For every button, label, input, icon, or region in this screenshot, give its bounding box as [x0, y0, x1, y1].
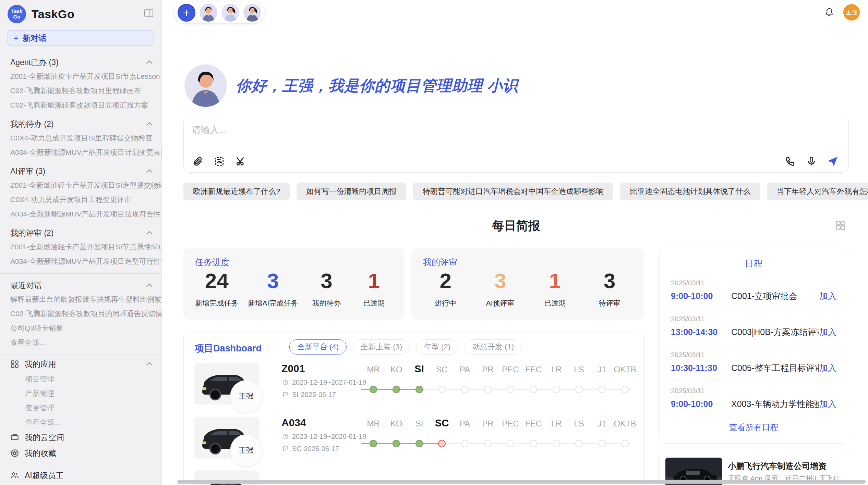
schedule-title: 日程 [659, 258, 849, 270]
join-link[interactable]: 加入 [819, 362, 836, 374]
stat-column: 3我的待办 [308, 269, 346, 308]
project-code: Z001 [281, 363, 305, 374]
task-progress-title: 任务进度 [195, 257, 229, 268]
milestone-label-PR: PR [482, 365, 493, 374]
sidebar-item-cloud-space[interactable]: 我的云空间 [0, 430, 161, 445]
sidebar-header: Task Go TaskGo [0, 0, 161, 27]
dashboard-tab-1[interactable]: 全新上装 (3) [353, 339, 410, 355]
chat-input[interactable] [192, 123, 672, 137]
daily-briefing-title: 每日简报 [183, 218, 849, 234]
suggestion-chip-1[interactable]: 如何写一份清晰的项目周报 [297, 183, 406, 200]
join-link[interactable]: 加入 [819, 398, 836, 410]
milestone-dot-PR [484, 440, 492, 447]
sidebar-list-item[interactable]: C0X4-动力总成开发项目SI里程碑提交物检查 [0, 131, 161, 145]
member-avatar-1[interactable] [200, 4, 217, 22]
suggestion-chip-4[interactable]: 当下年轻人对汽车外观有怎样的喜好趋势 [767, 183, 868, 200]
project-dashboard-title[interactable]: 项目Dashboard [195, 342, 262, 355]
dashboard-tab-0[interactable]: 全新平台 (4) [289, 339, 347, 355]
stat-value: 1 [355, 269, 393, 293]
notification-bell-icon[interactable] [824, 7, 834, 17]
milestone-label-SC: SC [436, 365, 447, 374]
chevron-up-icon[interactable] [146, 362, 153, 366]
suggestion-chip-3[interactable]: 比亚迪全固态电池计划具体说了什么 [620, 183, 760, 200]
sidebar-item-my-apps[interactable]: 我的应用 [0, 356, 161, 372]
layout-grid-icon[interactable] [835, 220, 846, 231]
composer [183, 116, 849, 173]
scissors-icon[interactable] [235, 156, 246, 167]
flag-icon [282, 446, 289, 452]
milestone-label-FEC: FEC [525, 365, 542, 374]
flag-icon [282, 391, 289, 398]
schedule-item-1: 2025/03/1113:00-14:30C003|H0B-方案冻结评审加入 [659, 309, 849, 345]
sidebar-item-help-me-write[interactable]: 帮我写作 [0, 483, 161, 485]
sidebar-list-item[interactable]: 查看全部... [0, 335, 161, 350]
member-avatar-3[interactable] [243, 4, 261, 22]
chevron-up-icon[interactable] [146, 61, 153, 64]
suggestion-chip-2[interactable]: 特朗普可能对进口汽车增税会对中国车企造成哪些影响 [413, 183, 613, 200]
sidebar-item-project-mgmt[interactable]: 项目管理 [0, 372, 161, 386]
member-avatar-2[interactable] [221, 4, 239, 22]
sidebar-list-item[interactable]: C0X4-动力总成开发项目工程变更评审 [0, 192, 161, 207]
milestone-dot-OKTB [621, 440, 629, 447]
sidebar-list-item[interactable]: A034-全新新能源MUV产品开发项目法规符合性评审 [0, 207, 161, 221]
stat-label: AI预评审 [481, 298, 519, 308]
star-badge-icon [10, 449, 19, 458]
sidebar-list-item[interactable]: 公司Q3轻卡销量 [0, 321, 161, 335]
chevron-up-icon[interactable] [146, 122, 153, 126]
sidebar-list-item[interactable]: Z001-全新燃油轻卡产品开发项目SI节点属性5D文件评审 [0, 240, 161, 254]
stat-label: 已逾期 [536, 298, 574, 308]
milestone-dot-PA [461, 386, 469, 393]
sidebar-item-ai-super-staff[interactable]: AI超级员工 [0, 468, 161, 483]
phone-call-icon[interactable] [785, 156, 796, 167]
sidebar-list-item[interactable]: C02-飞腾新能源轻客改款项目的闭环通告反馈情况 [0, 307, 161, 321]
project-dates: 2023-12-19~2026-01-19 [282, 433, 366, 440]
new-chat-button[interactable]: + 新对话 [8, 30, 154, 46]
stat-label: 新增完成任务 [195, 298, 238, 308]
stat-column: 24新增完成任务 [195, 269, 238, 308]
schedule-item-row: 9:00-10:00C001-立项审批会加入 [671, 290, 836, 302]
project-dashboard-card: 项目Dashboard 全新平台 (4)全新上装 (3)年型 (2)动总开发 (… [183, 332, 644, 485]
attachment-icon[interactable] [193, 156, 204, 167]
view-all-schedule-link[interactable]: 查看所有日程 [659, 422, 849, 433]
join-link[interactable]: 加入 [819, 290, 836, 302]
send-icon[interactable] [827, 156, 838, 167]
my-review-title: 我的评审 [423, 257, 457, 268]
divider [0, 273, 161, 274]
milestone-dot-FEC [530, 440, 537, 447]
sidebar-list-item[interactable]: A034-全新新能源MUV产品开发项目造型可行性评审 [0, 254, 161, 269]
add-member-button[interactable]: + [178, 4, 195, 22]
sidebar-list-item[interactable]: C02-飞腾新能源轻客改款项目立项汇报方案 [0, 98, 161, 112]
sidebar-scroll: Agent已办 (3)Z001-全新燃油皮卡产品开发项目SI节点Lesson L… [0, 48, 161, 485]
clock-icon [282, 433, 289, 440]
suggestion-chips: 欧洲新规最近颁布了什么?如何写一份清晰的项目周报特朗普可能对进口汽车增税会对中国… [183, 183, 849, 200]
sidebar-collapse-icon[interactable] [144, 9, 153, 17]
sidebar-item-view-all-apps[interactable]: 查看全部... [0, 415, 161, 430]
milestone-dot-PEC [507, 440, 514, 447]
sidebar-list-item[interactable]: 解释最新出台的欧盟报废车法规再生塑料比例被调至15%... [0, 292, 161, 307]
sidebar-item-favorites[interactable]: 我的收藏 [0, 445, 161, 461]
sidebar-list-item[interactable]: A034-全新新能源MUV产品开发项目计划变更表编写 [0, 145, 161, 160]
people-icon [10, 471, 19, 480]
sidebar-list-item[interactable]: Z001-全新燃油轻卡产品开发项目SI造型提交物评审 [0, 178, 161, 192]
top-right-controls: 王强 [824, 4, 860, 21]
sidebar-list-item[interactable]: Z001-全新燃油皮卡产品开发项目SI节点Lesson Learn报告 [0, 69, 161, 84]
suggestion-chip-0[interactable]: 欧洲新规最近颁布了什么? [183, 183, 290, 200]
microphone-icon[interactable] [806, 156, 817, 167]
sidebar-list-item[interactable]: C02-飞腾新能源轻客改款项目里程碑画布 [0, 84, 161, 98]
chevron-up-icon[interactable] [146, 231, 153, 235]
project-flag-text: SC-2025-05-17 [292, 445, 339, 453]
horizontal-scrollbar[interactable] [177, 480, 866, 484]
sidebar-item-product-mgmt[interactable]: 产品管理 [0, 386, 161, 401]
dashboard-tab-3[interactable]: 动总开发 (1) [465, 339, 522, 355]
user-avatar[interactable]: 王强 [843, 4, 860, 21]
schedule-item-2: 2025/03/1110:30-11:30C005-整车工程目标评审加入 [659, 345, 849, 381]
image-upload-icon[interactable] [214, 156, 225, 167]
chevron-up-icon[interactable] [146, 284, 153, 287]
sidebar-item-change-mgmt[interactable]: 变更管理 [0, 401, 161, 415]
my-review-stats: 2进行中3AI预评审1已逾期3待评审 [418, 269, 637, 308]
dashboard-tab-2[interactable]: 年型 (2) [416, 339, 458, 355]
schedule-time: 10:30-11:30 [671, 363, 722, 373]
milestone-dot-OKTB [621, 386, 629, 393]
join-link[interactable]: 加入 [819, 326, 836, 338]
chevron-up-icon[interactable] [146, 170, 153, 173]
